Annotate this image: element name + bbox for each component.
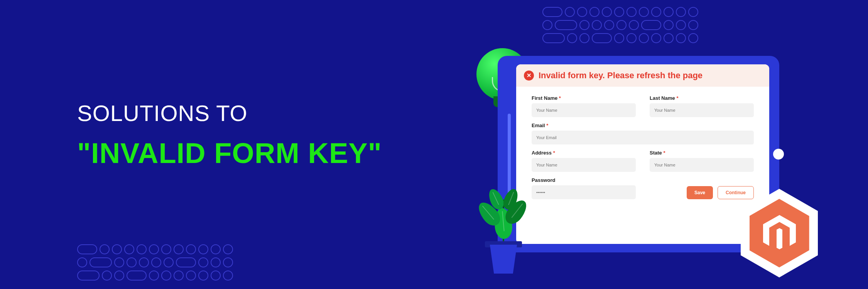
heading-line-1: SOLUTIONS TO: [77, 100, 382, 126]
first-name-field: First Name *: [532, 95, 636, 117]
error-banner: ✕ Invalid form key. Please refresh the p…: [516, 64, 769, 87]
email-field: Email *: [532, 123, 754, 144]
address-field: Address *: [532, 150, 636, 172]
magento-m-icon: [763, 215, 796, 252]
heading-line-2: "INVALID FORM KEY": [77, 137, 382, 170]
first-name-input[interactable]: [532, 103, 636, 117]
save-button[interactable]: Save: [687, 186, 713, 199]
state-input[interactable]: [650, 158, 754, 172]
tablet-home-button: [773, 149, 784, 160]
first-name-label: First Name *: [532, 95, 636, 101]
email-input[interactable]: [532, 131, 754, 144]
plant-illustration: [475, 173, 532, 274]
address-input[interactable]: [532, 158, 636, 172]
password-input[interactable]: [532, 185, 636, 199]
tablet-screen: ✕ Invalid form key. Please refresh the p…: [516, 64, 769, 244]
error-message-text: Invalid form key. Please refresh the pag…: [539, 71, 703, 81]
state-field: State *: [650, 150, 754, 172]
magento-logo: [741, 189, 818, 277]
password-label: Password: [532, 177, 636, 183]
address-label: Address *: [532, 150, 636, 156]
page-heading: SOLUTIONS TO "INVALID FORM KEY": [77, 100, 382, 170]
decorative-pattern-top: [542, 7, 698, 43]
registration-form: First Name * Last Name * Email * Address…: [516, 87, 769, 244]
last-name-field: Last Name *: [650, 95, 754, 117]
error-icon: ✕: [524, 71, 534, 81]
password-field: Password: [532, 177, 636, 199]
state-label: State *: [650, 150, 754, 156]
form-actions: Save Continue: [650, 177, 754, 199]
last-name-label: Last Name *: [650, 95, 754, 101]
decorative-pattern-bottom: [77, 244, 233, 281]
last-name-input[interactable]: [650, 103, 754, 117]
tablet-device: ✕ Invalid form key. Please refresh the p…: [498, 56, 779, 252]
email-label: Email *: [532, 123, 754, 128]
